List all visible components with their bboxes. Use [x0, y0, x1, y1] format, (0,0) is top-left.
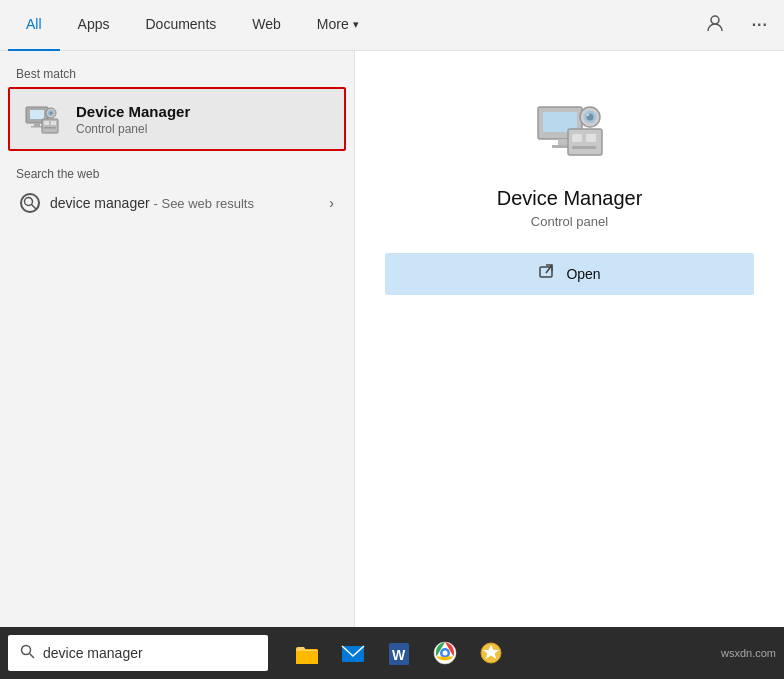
nav-right: ··· — [698, 10, 776, 40]
ellipsis-icon[interactable]: ··· — [744, 12, 776, 38]
svg-point-28 — [22, 646, 31, 655]
tab-apps-label: Apps — [78, 16, 110, 32]
svg-line-27 — [546, 265, 552, 273]
taskbar-mail[interactable] — [330, 627, 376, 679]
main-content: Best match — [0, 51, 784, 627]
left-panel: Best match — [0, 51, 355, 627]
svg-rect-20 — [586, 134, 596, 142]
svg-rect-3 — [34, 123, 40, 126]
web-section: Search the web device manager - See web … — [0, 151, 354, 225]
svg-rect-19 — [572, 134, 582, 142]
taskbar-search[interactable]: device manager — [8, 635, 268, 671]
right-panel: Device Manager Control panel Open — [355, 51, 784, 627]
right-app-name: Device Manager — [497, 187, 643, 210]
top-nav: All Apps Documents Web More ▾ ··· — [0, 0, 784, 51]
svg-rect-2 — [30, 110, 44, 119]
svg-point-38 — [443, 651, 448, 656]
tab-more-label: More — [317, 16, 349, 32]
svg-line-13 — [32, 205, 37, 210]
taskbar-search-text: device manager — [43, 645, 256, 661]
open-label: Open — [566, 266, 600, 282]
taskbar-word[interactable]: W — [376, 627, 422, 679]
watermark: wsxdn.com — [721, 647, 776, 659]
tab-apps[interactable]: Apps — [60, 0, 128, 51]
best-match-text: Device Manager Control panel — [76, 103, 190, 136]
svg-rect-21 — [572, 146, 596, 149]
person-icon[interactable] — [698, 10, 732, 40]
svg-point-0 — [711, 16, 719, 24]
svg-point-12 — [25, 198, 33, 206]
svg-rect-8 — [44, 127, 56, 129]
tab-documents[interactable]: Documents — [127, 0, 234, 51]
tab-all-label: All — [26, 16, 42, 32]
open-icon — [538, 263, 556, 285]
taskbar-right: wsxdn.com — [721, 647, 784, 659]
right-app-subtitle: Control panel — [531, 214, 608, 229]
open-button[interactable]: Open — [385, 253, 754, 295]
device-manager-icon — [22, 99, 62, 139]
svg-rect-7 — [51, 121, 56, 125]
tab-web[interactable]: Web — [234, 0, 299, 51]
taskbar-icons: W — [284, 627, 514, 679]
tab-all[interactable]: All — [8, 0, 60, 51]
best-match-item[interactable]: Device Manager Control panel — [8, 87, 346, 151]
svg-rect-4 — [31, 126, 43, 128]
web-section-label: Search the web — [16, 167, 338, 181]
web-query: device manager — [50, 195, 150, 211]
taskbar-file-explorer[interactable] — [284, 627, 330, 679]
taskbar-extra-app[interactable] — [468, 627, 514, 679]
more-chevron-icon: ▾ — [353, 18, 359, 31]
tab-more[interactable]: More ▾ — [299, 0, 377, 51]
best-match-title: Device Manager — [76, 103, 190, 120]
tab-documents-label: Documents — [145, 16, 216, 32]
svg-rect-6 — [44, 121, 49, 125]
best-match-label: Best match — [0, 63, 354, 87]
web-see-results: - See web results — [154, 196, 254, 211]
taskbar: device manager W — [0, 627, 784, 679]
taskbar-search-icon — [20, 644, 35, 662]
svg-rect-31 — [296, 651, 318, 664]
svg-rect-16 — [558, 139, 568, 145]
web-search-item[interactable]: device manager - See web results › — [16, 187, 338, 219]
tab-web-label: Web — [252, 16, 281, 32]
svg-point-25 — [586, 114, 588, 116]
svg-text:W: W — [392, 647, 406, 663]
taskbar-chrome[interactable] — [422, 627, 468, 679]
svg-point-11 — [50, 112, 53, 115]
best-match-subtitle: Control panel — [76, 122, 190, 136]
web-search-icon — [20, 193, 40, 213]
web-search-text: device manager - See web results — [50, 195, 319, 211]
web-chevron-icon: › — [329, 195, 334, 211]
right-app-icon — [530, 91, 610, 171]
svg-line-29 — [30, 654, 35, 659]
